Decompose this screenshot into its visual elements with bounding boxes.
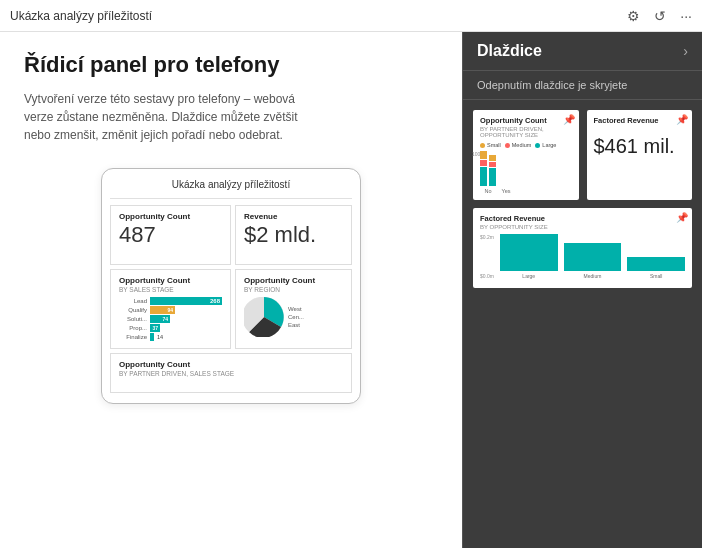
bar-label: Soluti... [119, 316, 147, 322]
tile-title: Opportunity Count [119, 360, 343, 369]
pie-chart [244, 297, 284, 337]
bar-number: 37 [152, 324, 158, 332]
bar-label: Small [650, 273, 663, 279]
phone-tile-region: Opportunity Count BY REGION West Cen... [235, 269, 352, 349]
legend-item-small: Small [480, 142, 501, 148]
phone-tile-sales-stage: Opportunity Count BY SALES STAGE Lead 26… [110, 269, 231, 349]
bar-number: 74 [162, 315, 168, 323]
bar-segment [480, 167, 487, 186]
legend-dot-medium [505, 143, 510, 148]
bar-number: 94 [167, 306, 173, 314]
bar-label: Large [522, 273, 535, 279]
bar-track: 94 [150, 306, 175, 314]
tile-value: 487 [119, 222, 222, 248]
rtile-subtitle: BY PARTNER DRIVEN, OPPORTUNITY SIZE [480, 126, 572, 138]
sales-stage-chart: Lead 268 Qualify 94 [119, 297, 222, 341]
region-label: West [288, 306, 304, 312]
main-content: Řídicí panel pro telefony Vytvoření verz… [0, 32, 702, 548]
more-icon[interactable]: ··· [680, 8, 692, 24]
bar-fill [564, 243, 622, 271]
title-bar-actions: ⚙ ↺ ··· [627, 8, 692, 24]
phone-mockup: Ukázka analýzy příležitostí Opportunity … [101, 168, 361, 404]
rtile-factored-revenue-value: 📌 Factored Revenue $461 mil. [587, 110, 693, 200]
region-label: East [288, 322, 304, 328]
x-label: No [480, 188, 496, 194]
left-panel: Řídicí panel pro telefony Vytvoření verz… [0, 32, 462, 548]
tile-title: Opportunity Count [119, 276, 222, 285]
bar-track: 268 [150, 297, 222, 305]
legend-label: Large [542, 142, 556, 148]
bar-track: 14 [150, 333, 163, 341]
phone-header: Ukázka analýzy příležitostí [110, 179, 352, 199]
tile-subtitle: BY PARTNER DRIVEN, SALES STAGE [119, 370, 343, 377]
pin-icon[interactable]: 📌 [563, 114, 575, 125]
phone-tile-revenue: Revenue $2 mld. [235, 205, 352, 265]
rtile-subtitle: BY OPPORTUNITY SIZE [480, 224, 685, 230]
page-title: Řídicí panel pro telefony [24, 52, 438, 78]
bar-fill [150, 333, 154, 341]
tile-title: Opportunity Count [119, 212, 222, 221]
bar-segment [489, 168, 496, 186]
pin-icon[interactable]: 📌 [676, 114, 688, 125]
legend-dot-small [480, 143, 485, 148]
bar-fill [500, 234, 558, 271]
bar-number: 268 [210, 297, 220, 305]
y-label: $0.0m [480, 273, 494, 279]
right-tiles-grid: 📌 Opportunity Count BY PARTNER DRIVEN, O… [463, 100, 702, 298]
title-bar: Ukázka analýzy příležitostí ⚙ ↺ ··· [0, 0, 702, 32]
pin-icon[interactable]: 📌 [676, 212, 688, 223]
tile-title: Opportunity Count [244, 276, 343, 285]
rtile-title: Opportunity Count [480, 116, 572, 125]
bar-fill [627, 257, 685, 271]
page-description: Vytvoření verze této sestavy pro telefon… [24, 90, 304, 144]
settings-icon[interactable]: ⚙ [627, 8, 640, 24]
chevron-right-icon[interactable]: › [683, 43, 688, 59]
bar-label: Finalize [119, 334, 147, 340]
rtile-legend: Small Medium Large [480, 142, 572, 148]
right-panel-title: Dlaždice [477, 42, 542, 60]
legend-dot-large [535, 143, 540, 148]
region-label: Cen... [288, 314, 304, 320]
bar-label: Medium [584, 273, 602, 279]
phone-tile-opportunity-count: Opportunity Count 487 [110, 205, 231, 265]
legend-label: Medium [512, 142, 532, 148]
legend-label: Small [487, 142, 501, 148]
bar-fill: 268 [150, 297, 222, 305]
legend-item-medium: Medium [505, 142, 532, 148]
rtile-factored-revenue-bar: 📌 Factored Revenue BY OPPORTUNITY SIZE $… [473, 208, 692, 288]
bar-fill: 94 [150, 306, 175, 314]
rtile-opportunity-count: 📌 Opportunity Count BY PARTNER DRIVEN, O… [473, 110, 579, 200]
right-panel-subtext: Odepnutím dlaždice je skryjete [463, 71, 702, 100]
rtile-big-value: $461 mil. [594, 135, 686, 158]
y-label: $0.2m [480, 234, 494, 240]
phone-tile-partner: Opportunity Count BY PARTNER DRIVEN, SAL… [110, 353, 352, 393]
undo-icon[interactable]: ↺ [654, 8, 666, 24]
tile-subtitle: BY SALES STAGE [119, 286, 222, 293]
legend-item-large: Large [535, 142, 556, 148]
bar-segment [480, 160, 487, 166]
bar-fill: 74 [150, 315, 170, 323]
tile-value: $2 mld. [244, 222, 343, 248]
bar-fill: 37 [150, 324, 160, 332]
bar-label: Qualify [119, 307, 147, 313]
tile-title: Revenue [244, 212, 343, 221]
x-label: Yes [498, 188, 514, 194]
bar-segment [489, 155, 496, 161]
bar-track: 37 [150, 324, 160, 332]
bar-segment [489, 162, 496, 167]
window-title: Ukázka analýzy příležitostí [10, 9, 152, 23]
bar-track: 74 [150, 315, 170, 323]
bar-number-outside: 14 [157, 334, 163, 340]
rtile-title: Factored Revenue [480, 214, 685, 223]
bar-segment [480, 151, 487, 159]
bar-label: Prop... [119, 325, 147, 331]
tile-subtitle: BY REGION [244, 286, 343, 293]
bar-label: Lead [119, 298, 147, 304]
phone-tiles-grid: Opportunity Count 487 Revenue $2 mld. Op… [110, 205, 352, 393]
right-panel: Dlaždice › Odepnutím dlaždice je skryjet… [462, 32, 702, 548]
rtile-title: Factored Revenue [594, 116, 686, 125]
right-panel-header: Dlaždice › [463, 32, 702, 71]
